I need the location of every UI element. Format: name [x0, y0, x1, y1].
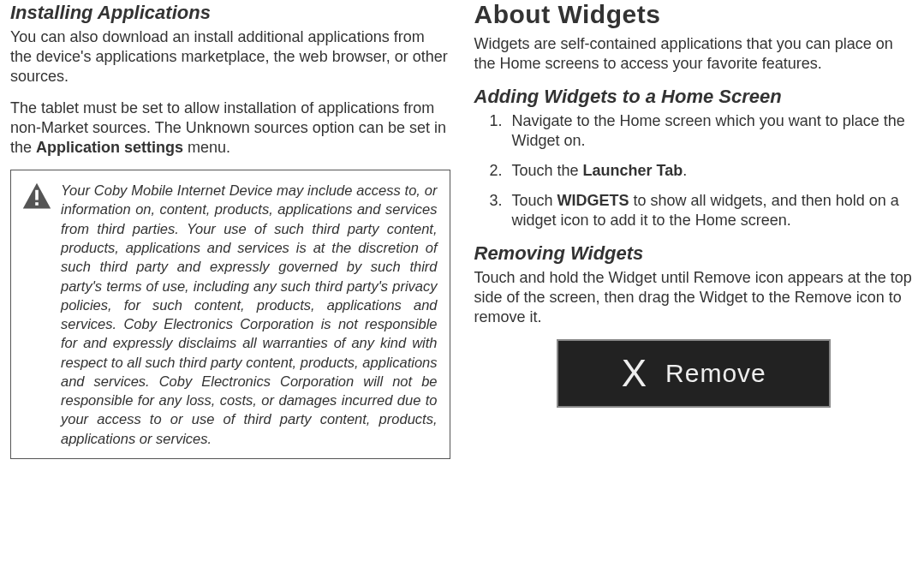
right-column: About Widgets Widgets are self-contained… — [474, 0, 915, 459]
remove-banner: X Remove — [557, 339, 831, 408]
p2-strong: Application settings — [36, 139, 183, 156]
step-3-a: Touch — [512, 192, 557, 209]
heading-adding-widgets: Adding Widgets to a Home Screen — [474, 86, 915, 108]
intro-paragraph-2: The tablet must be set to allow installa… — [10, 98, 450, 158]
intro-paragraph-1: You can also download an install additio… — [10, 27, 450, 87]
warning-icon — [21, 181, 52, 215]
removing-widgets-text: Touch and hold the Widget until Remove i… — [474, 268, 915, 327]
step-3-strong: WIDGETS — [557, 192, 629, 209]
heading-removing-widgets: Removing Widgets — [474, 242, 915, 265]
adding-widgets-steps: Navigate to the Home screen which you wa… — [474, 111, 915, 230]
svg-rect-2 — [35, 202, 39, 206]
p2-part-b: menu. — [183, 139, 230, 156]
notice-text: Your Coby Mobile Internet Device may inc… — [61, 181, 438, 448]
step-2: Touch the Launcher Tab. — [507, 161, 915, 181]
heading-about-widgets: About Widgets — [474, 0, 915, 29]
heading-installing-applications: Installing Applications — [10, 2, 450, 24]
step-3: Touch WIDGETS to show all widgets, and t… — [507, 191, 915, 230]
remove-label: Remove — [665, 359, 766, 388]
widgets-intro: Widgets are self-contained applications … — [474, 34, 915, 74]
close-icon: X — [622, 352, 647, 395]
step-1: Navigate to the Home screen which you wa… — [507, 111, 915, 151]
step-2-a: Touch the — [512, 162, 583, 179]
left-column: Installing Applications You can also dow… — [10, 0, 450, 459]
step-2-strong: Launcher Tab — [583, 162, 683, 179]
step-2-b: . — [683, 162, 687, 179]
notice-box: Your Coby Mobile Internet Device may inc… — [10, 170, 450, 459]
svg-rect-1 — [35, 190, 39, 200]
